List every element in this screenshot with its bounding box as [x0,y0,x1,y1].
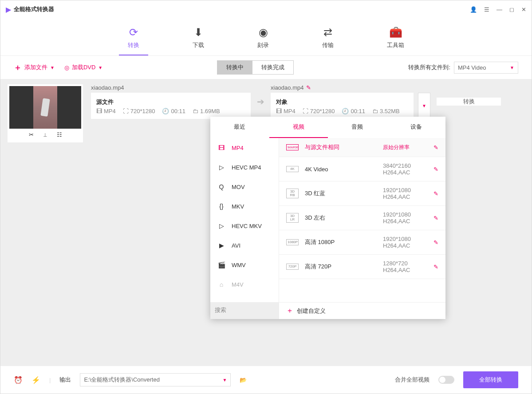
preset-720p[interactable]: 720P 高清 720P 1280*720H264,AAC ✎ [279,255,445,279]
edit-icon[interactable]: ✎ [433,239,438,246]
add-file-button[interactable]: ＋ 添加文件 ▼ [14,62,55,73]
tab-done[interactable]: 转换完成 [252,61,293,74]
source-filename: xiaodao.mp4 [91,84,251,91]
source-resolution: ⛶ 720*1280 [123,108,155,114]
tab-download[interactable]: ⬇ 下载 [184,23,213,55]
preset-1080p[interactable]: 1080P 高清 1080P 1920*1080H264,AAC ✎ [279,230,445,255]
tab-toolbox[interactable]: 🧰 工具箱 [378,23,413,55]
target-title: 对象 [276,98,408,106]
popup-tab-audio[interactable]: 音频 [328,117,387,138]
preset-3d-lr[interactable]: 3D LR 3D 左右 1920*1080H264,AAC ✎ [279,206,445,230]
preset-badge: 3D RB [286,189,299,198]
video-thumbnail[interactable] [9,86,81,129]
close-button[interactable]: ✕ [521,6,526,13]
user-icon[interactable]: 👤 [470,6,477,13]
convert-icon: ⟳ [129,26,138,39]
format-item-m4v[interactable]: ⌂M4V [210,275,279,294]
target-filename: xiaodao.mp4 ✎ [271,84,430,91]
edit-icon[interactable]: ✎ [306,84,311,91]
popup-tabs: 最近 视频 音频 设备 [210,117,445,138]
crop-icon[interactable]: ⟂ [43,131,47,138]
tab-transfer[interactable]: ⇄ 传输 [313,23,343,55]
popup-tab-device[interactable]: 设备 [387,117,446,138]
adjust-icon[interactable]: ☷ [57,131,62,138]
preset-badge: source [286,144,299,150]
disc-icon: ◎ [64,64,69,71]
tab-convert-label: 转换 [128,41,139,49]
format-item-hevc-mp4[interactable]: ▷HEVC MP4 [210,158,279,177]
format-dropdown-button[interactable]: ▼ [418,93,430,119]
format-item-wmv[interactable]: 🎬WMV [210,255,279,275]
chevron-down-icon: ▼ [510,65,514,70]
edit-icon[interactable]: ✎ [433,190,438,197]
source-title: 源文件 [96,98,245,106]
file-icon: ⌂ [217,281,226,288]
open-folder-icon[interactable]: 📂 [240,377,247,383]
output-path-select[interactable]: E:\全能格式转换器\Converted ▼ [80,373,231,386]
popup-tab-recent[interactable]: 最近 [210,117,269,138]
tab-in-progress[interactable]: 转换中 [217,61,252,74]
source-meta: 🎞 MP4 ⛶ 720*1280 🕘 00:11 🗀 1.69MB [96,108,245,114]
source-target-group: xiaodao.mp4 源文件 🎞 MP4 ⛶ 720*1280 🕘 00:11… [91,84,524,119]
plus-icon: ＋ [286,306,293,315]
format-list[interactable]: 🎞MP4 ▷HEVC MP4 QMOV {}MKV ▷HEVC MKV ▶AVI… [210,138,279,302]
source-box: 源文件 🎞 MP4 ⛶ 720*1280 🕘 00:11 🗀 1.69MB [91,93,251,119]
convert-all-button[interactable]: 全部转换 [463,371,518,388]
target-duration: 🕘 00:11 [342,108,365,114]
convert-button[interactable]: 转换 [437,98,501,106]
popup-tab-video[interactable]: 视频 [269,117,328,138]
thumbnail-column: ✂ ⟂ ☷ [8,84,83,142]
preset-list[interactable]: source 与源文件相同 原始分辨率 ✎ 4K 4K Video 3840*2… [279,138,445,302]
format-item-mov[interactable]: QMOV [210,177,279,197]
preset-3d-rb[interactable]: 3D RB 3D 红蓝 1920*1080H264,AAC ✎ [279,181,445,206]
menu-icon[interactable]: ☰ [484,6,489,13]
merge-label: 合并全部视频 [395,376,430,384]
edit-icon[interactable]: ✎ [433,166,438,173]
download-icon: ⬇ [194,26,203,39]
title-bar: ▶ 全能格式转换器 👤 ☰ — ◻ ✕ [0,0,532,18]
output-label: 输出 [59,376,71,384]
maximize-button[interactable]: ◻ [509,6,514,13]
tab-convert[interactable]: ⟳ 转换 [119,23,148,55]
format-item-avi[interactable]: ▶AVI [210,236,279,255]
format-search[interactable]: 搜索 [210,303,279,319]
bottom-bar: ⏰ ⚡ | 输出 E:\全能格式转换器\Converted ▼ 📂 合并全部视频… [0,366,532,394]
chevron-down-icon: ▼ [422,103,426,108]
chevron-down-icon: ▼ [222,378,227,382]
app-logo: ▶ 全能格式转换器 [6,5,54,14]
format-item-hevc-mkv[interactable]: ▷HEVC MKV [210,216,279,236]
convert-all-select[interactable]: MP4 Video ▼ [454,62,518,74]
preset-badge: 4K [286,166,299,172]
alarm-icon[interactable]: ⏰ [14,376,23,384]
preset-same-as-source[interactable]: source 与源文件相同 原始分辨率 ✎ [279,138,445,157]
preset-4k[interactable]: 4K 4K Video 3840*2160H264,AAC ✎ [279,157,445,181]
minimize-button[interactable]: — [497,6,502,13]
target-box: 对象 🎞 MP4 ⛶ 720*1280 🕘 00:11 🗀 3.52MB [271,93,414,119]
edit-icon[interactable]: ✎ [433,264,438,270]
format-popup: 最近 视频 音频 设备 🎞MP4 ▷HEVC MP4 QMOV {}MKV ▷H… [210,117,445,319]
format-item-mp4[interactable]: 🎞MP4 [210,138,279,158]
merge-toggle[interactable] [438,376,454,384]
popup-footer: 搜索 ＋ 创建自定义 [210,302,445,319]
chevron-down-icon: ▼ [50,65,55,70]
edit-icon[interactable]: ✎ [433,215,438,221]
tab-transfer-label: 传输 [322,41,334,49]
create-custom-button[interactable]: ＋ 创建自定义 [279,303,445,319]
load-dvd-button[interactable]: ◎ 加载DVD ▼ [64,63,102,71]
disc-icon: ◉ [259,26,268,39]
cut-icon[interactable]: ✂ [29,131,34,138]
play-circle-icon: ▶ [217,242,226,249]
tab-burn[interactable]: ◉ 刻录 [248,23,278,55]
mkv-icon: {} [217,203,226,210]
window-controls: 👤 ☰ — ◻ ✕ [470,6,526,13]
film-icon: 🎞 [217,144,226,151]
source-duration: 🕘 00:11 [162,108,185,114]
convert-all-to: 转换所有文件到: MP4 Video ▼ [408,62,518,74]
format-item-mkv[interactable]: {}MKV [210,197,279,216]
main-tabs: ⟳ 转换 ⬇ 下载 ◉ 刻录 ⇄ 传输 🧰 工具箱 [0,18,532,55]
edit-icon[interactable]: ✎ [433,144,438,151]
preset-badge: 3D LR [286,213,299,223]
preset-badge: 720P [286,264,299,270]
speed-icon[interactable]: ⚡ [32,376,40,384]
plus-icon: ＋ [14,62,22,73]
